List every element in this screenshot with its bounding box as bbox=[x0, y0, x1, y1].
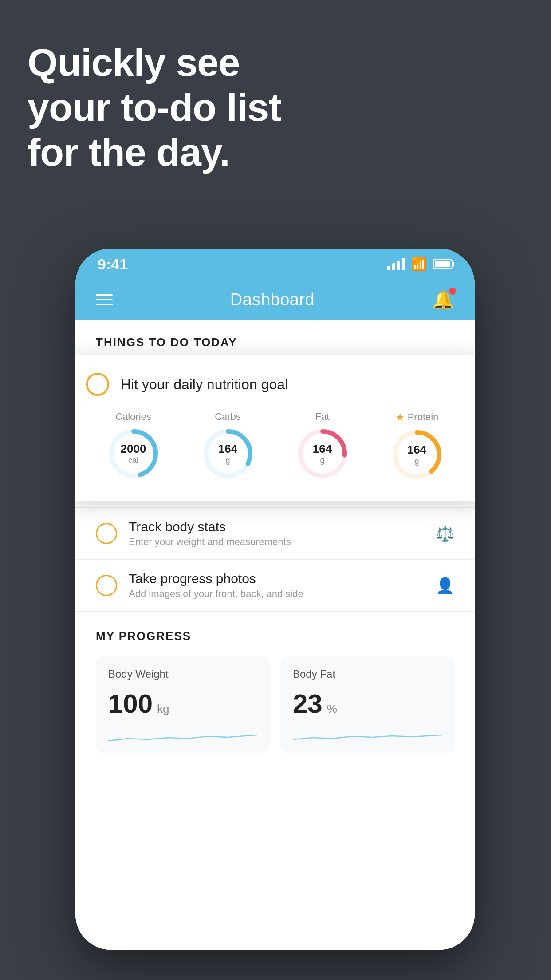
body-fat-chart bbox=[293, 725, 442, 749]
protein-value: 164 bbox=[407, 443, 426, 457]
todo-body-stats[interactable]: Track body stats Enter your weight and m… bbox=[75, 508, 475, 560]
menu-button[interactable] bbox=[96, 294, 113, 305]
fat-unit: g bbox=[313, 456, 332, 465]
signal-icon bbox=[387, 258, 405, 270]
progress-section: MY PROGRESS Body Weight 100 kg Body bbox=[75, 612, 475, 753]
phone-content: THINGS TO DO TODAY Hit your daily nutrit… bbox=[75, 320, 475, 950]
nutrition-card[interactable]: Hit your daily nutrition goal Calories 2… bbox=[75, 355, 475, 501]
phone-frame: 9:41 📶 Dashboard 🔔 THINGS TO DO TODAY bbox=[75, 249, 475, 950]
card-title: Hit your daily nutrition goal bbox=[121, 376, 288, 393]
nav-bar: Dashboard 🔔 bbox=[75, 280, 475, 320]
calories-label: Calories bbox=[115, 411, 151, 423]
fat-value: 164 bbox=[313, 442, 332, 456]
body-weight-chart bbox=[108, 725, 257, 749]
body-fat-card[interactable]: Body Fat 23 % bbox=[280, 656, 454, 753]
progress-cards: Body Weight 100 kg Body Fat 23 bbox=[96, 656, 454, 753]
status-bar: 9:41 📶 bbox=[75, 249, 475, 280]
todo-body-stats-text: Track body stats Enter your weight and m… bbox=[129, 519, 436, 548]
protein-ring: 164 g bbox=[390, 428, 444, 481]
notification-dot bbox=[449, 288, 456, 295]
calories-item: Calories 2000 cal bbox=[107, 411, 160, 480]
hero-headline: Quickly see your to-do list for the day. bbox=[28, 40, 281, 175]
card-check-circle bbox=[86, 373, 109, 396]
calories-ring: 2000 cal bbox=[107, 427, 160, 480]
todo-body-stats-sub: Enter your weight and measurements bbox=[129, 536, 436, 548]
body-weight-unit: kg bbox=[157, 702, 169, 716]
nutrition-row: Calories 2000 cal Carbs bbox=[86, 411, 464, 481]
progress-header: MY PROGRESS bbox=[96, 629, 454, 643]
wifi-icon: 📶 bbox=[411, 257, 427, 272]
fat-ring: 164 g bbox=[296, 427, 349, 480]
body-fat-unit: % bbox=[327, 702, 337, 716]
body-weight-number: 100 bbox=[108, 688, 153, 719]
body-weight-title: Body Weight bbox=[108, 668, 257, 680]
calories-value: 2000 bbox=[121, 442, 146, 456]
todo-photos-name: Take progress photos bbox=[129, 571, 436, 586]
protein-unit: g bbox=[407, 457, 426, 466]
todo-body-stats-name: Track body stats bbox=[129, 519, 436, 534]
fat-item: Fat 164 g bbox=[296, 411, 349, 480]
carbs-item: Carbs 164 g bbox=[201, 411, 255, 480]
protein-label: ★ Protein bbox=[395, 411, 439, 423]
star-icon: ★ bbox=[395, 411, 405, 423]
battery-icon bbox=[433, 259, 453, 269]
carbs-value: 164 bbox=[218, 442, 237, 456]
notification-button[interactable]: 🔔 bbox=[432, 289, 454, 310]
protein-item: ★ Protein 164 g bbox=[390, 411, 444, 481]
nav-title: Dashboard bbox=[230, 290, 315, 309]
body-fat-number: 23 bbox=[293, 688, 323, 719]
carbs-label: Carbs bbox=[215, 411, 241, 423]
body-weight-card[interactable]: Body Weight 100 kg bbox=[96, 656, 270, 753]
todo-photos-text: Take progress photos Add images of your … bbox=[129, 571, 436, 600]
todo-photos-sub: Add images of your front, back, and side bbox=[129, 588, 436, 600]
status-icons: 📶 bbox=[387, 257, 453, 272]
body-weight-value-row: 100 kg bbox=[108, 688, 257, 719]
body-fat-value-row: 23 % bbox=[293, 688, 442, 719]
carbs-unit: g bbox=[218, 456, 237, 465]
carbs-ring: 164 g bbox=[201, 427, 255, 480]
things-header: THINGS TO DO TODAY bbox=[75, 320, 475, 358]
calories-unit: cal bbox=[121, 456, 146, 465]
fat-label: Fat bbox=[315, 411, 330, 423]
todo-photos-circle bbox=[96, 575, 117, 596]
photo-person-icon: 👤 bbox=[436, 577, 454, 594]
status-time: 9:41 bbox=[98, 256, 128, 273]
body-fat-title: Body Fat bbox=[293, 668, 442, 680]
card-header: Hit your daily nutrition goal bbox=[86, 373, 464, 396]
todo-body-stats-circle bbox=[96, 523, 117, 544]
todo-progress-photos[interactable]: Take progress photos Add images of your … bbox=[75, 560, 475, 612]
scale-icon: ⚖️ bbox=[436, 525, 454, 542]
